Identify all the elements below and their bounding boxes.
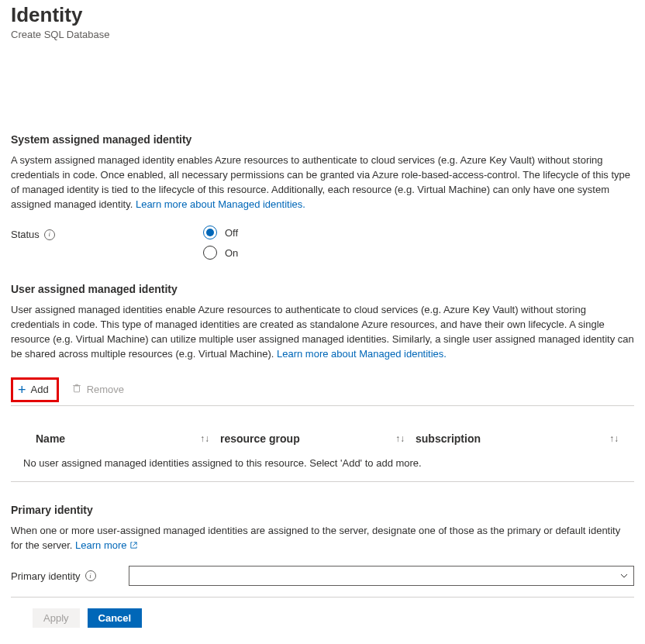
footer-buttons: Apply Cancel bbox=[11, 608, 634, 628]
sort-icon[interactable]: ↑↓ bbox=[609, 433, 629, 444]
user-identity-toolbar: + Add Remove bbox=[11, 376, 634, 406]
table-empty-message: No user assigned managed identities assi… bbox=[11, 453, 634, 469]
chevron-down-icon bbox=[619, 571, 629, 580]
status-radio-group: Off On bbox=[203, 226, 238, 260]
cancel-button[interactable]: Cancel bbox=[88, 608, 143, 628]
add-button-label: Add bbox=[31, 384, 49, 395]
status-label: Status bbox=[11, 229, 40, 240]
sort-icon[interactable]: ↑↓ bbox=[200, 433, 220, 444]
sort-icon[interactable]: ↑↓ bbox=[395, 433, 416, 444]
column-header-subscription[interactable]: subscription bbox=[416, 432, 481, 445]
radio-icon bbox=[203, 246, 217, 260]
primary-identity-learn-more-link[interactable]: Learn more bbox=[75, 539, 138, 551]
remove-button-label: Remove bbox=[87, 384, 124, 395]
primary-identity-select[interactable] bbox=[129, 566, 634, 586]
user-identity-table: Name ↑↓ resource group ↑↓ subscription ↑… bbox=[11, 432, 634, 482]
primary-identity-heading: Primary identity bbox=[11, 504, 634, 516]
page-subtitle: Create SQL Database bbox=[11, 29, 634, 40]
status-radio-on[interactable]: On bbox=[203, 246, 238, 260]
user-identity-learn-more-link[interactable]: Learn more about Managed identities. bbox=[277, 348, 447, 360]
user-identity-description: User assigned managed identities enable … bbox=[11, 303, 634, 361]
external-link-icon bbox=[129, 539, 138, 554]
add-button[interactable]: + Add bbox=[11, 377, 59, 402]
info-icon[interactable]: i bbox=[85, 570, 96, 581]
plus-icon: + bbox=[18, 383, 26, 397]
system-identity-description-text: A system assigned managed identity enabl… bbox=[11, 154, 630, 210]
status-radio-on-label: On bbox=[225, 247, 238, 259]
status-radio-off[interactable]: Off bbox=[203, 226, 238, 239]
remove-button: Remove bbox=[71, 383, 124, 396]
primary-identity-description: When one or more user-assigned managed i… bbox=[11, 524, 634, 554]
svg-rect-0 bbox=[74, 386, 79, 392]
apply-button: Apply bbox=[33, 608, 80, 628]
system-identity-learn-more-link[interactable]: Learn more about Managed identities. bbox=[136, 198, 305, 210]
system-identity-heading: System assigned managed identity bbox=[11, 133, 634, 146]
radio-icon bbox=[203, 226, 217, 239]
system-identity-description: A system assigned managed identity enabl… bbox=[11, 153, 634, 212]
user-identity-heading: User assigned managed identity bbox=[11, 283, 634, 295]
table-header-row: Name ↑↓ resource group ↑↓ subscription ↑… bbox=[11, 432, 634, 453]
status-radio-off-label: Off bbox=[225, 227, 238, 239]
page-title: Identity bbox=[11, 3, 634, 27]
primary-identity-label: Primary identity bbox=[11, 570, 81, 582]
trash-icon bbox=[71, 383, 82, 396]
column-header-resource-group[interactable]: resource group bbox=[220, 432, 300, 445]
column-header-name[interactable]: Name bbox=[36, 432, 65, 445]
info-icon[interactable]: i bbox=[44, 229, 55, 240]
